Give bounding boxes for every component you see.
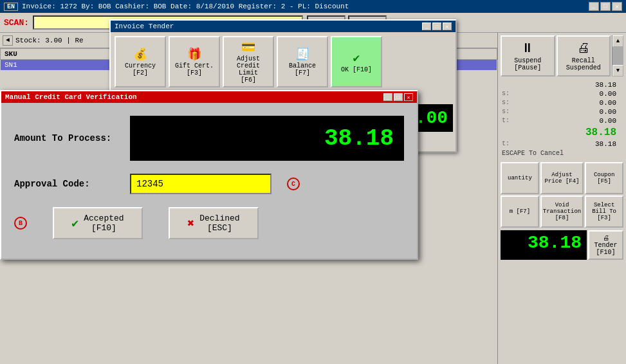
x-icon: ✖ xyxy=(187,216,194,230)
tender-row: 38.18 🖨 Tender[F10] xyxy=(498,230,626,262)
check-icon: ✔ xyxy=(71,216,78,230)
credit-card-title-buttons: _ □ ✕ xyxy=(383,93,413,101)
invoice-tender-title: Invoice Tender _ □ ✕ xyxy=(111,21,456,32)
tender-label: Tender[F10] xyxy=(594,242,617,256)
ok-label: OK [F10] xyxy=(341,66,372,73)
suspend-label: Suspend[Pause] xyxy=(514,57,541,71)
cc-maximize[interactable]: □ xyxy=(394,93,403,101)
green-value: 38.18 xyxy=(502,127,616,138)
balance-label: Balance[F7] xyxy=(289,62,316,77)
coupon-button[interactable]: Coupon [F5] xyxy=(585,162,623,194)
credit-card-title-text: Manual Credit Card Verification xyxy=(5,93,137,101)
invoice-tender-maximize[interactable]: □ xyxy=(432,23,441,30)
balance-button[interactable]: 🧾 Balance[F7] xyxy=(277,36,328,87)
adjust-credit-label: AdjustCredit Limit[F6] xyxy=(228,55,269,84)
rv-label-bottom: t: xyxy=(502,140,510,148)
rv-row-3: s: 0.00 xyxy=(499,98,619,107)
invoice-tender-title-buttons: _ □ ✕ xyxy=(422,23,452,30)
cc-close[interactable]: ✕ xyxy=(404,93,413,101)
rv-row-4: s: 0.00 xyxy=(499,107,619,116)
rv-val-2: 0.00 xyxy=(600,90,616,98)
adjust-credit-icon: 💳 xyxy=(241,40,255,54)
ok-button[interactable]: ✔ OK [F10] xyxy=(331,36,382,87)
gift-cert-button[interactable]: 🎁 Gift Cert.[F3] xyxy=(169,36,220,87)
annotation-c: C xyxy=(287,177,300,190)
accepted-label: Accepted[F10] xyxy=(84,214,124,233)
credit-card-body: Amount To Process: 38.18 Approval Code: … xyxy=(1,103,417,259)
declined-label: Declined[ESC] xyxy=(199,214,239,233)
credit-card-title: Manual Credit Card Verification _ □ ✕ xyxy=(1,91,417,103)
rv-val-1: 38.18 xyxy=(595,81,616,89)
void-transaction-button[interactable]: VoidTransaction [F8] xyxy=(540,196,584,228)
rv-val-3: 0.00 xyxy=(600,99,616,107)
currency-label: Currency[F2] xyxy=(125,62,156,77)
invoice-tender-minimize[interactable]: _ xyxy=(422,23,431,30)
gift-cert-label: Gift Cert.[F3] xyxy=(175,62,214,77)
annotation-b: B xyxy=(14,217,27,230)
cc-minimize[interactable]: _ xyxy=(383,93,392,101)
tender-button[interactable]: 🖨 Tender[F10] xyxy=(588,230,623,260)
tender-toolbar: 💰 Currency[F2] 🎁 Gift Cert.[F3] 💳 Adjust… xyxy=(111,32,456,91)
credit-card-dialog: Manual Credit Card Verification _ □ ✕ Am… xyxy=(0,90,418,260)
sidebar-top-buttons: ⏸ Suspend[Pause] 🖨 RecallSuspended ▲ ▼ xyxy=(498,33,626,79)
invoice-tender-title-text: Invoice Tender xyxy=(115,23,174,30)
amount-row: Amount To Process: 38.18 xyxy=(14,116,404,161)
suspend-icon: ⏸ xyxy=(521,41,534,56)
stock-text: Stock: 3.00 | Re xyxy=(15,37,84,44)
currency-button[interactable]: 💰 Currency[F2] xyxy=(115,36,166,87)
rv-val-5: 0.00 xyxy=(600,117,616,125)
m-button[interactable]: m [F7] xyxy=(501,196,539,228)
scroll-track xyxy=(612,47,623,65)
sidebar-bottom-buttons: uantity Adjust Price [F4] Coupon [F5] m … xyxy=(498,159,626,230)
rv-label-2: s: xyxy=(502,90,510,98)
balance-icon: 🧾 xyxy=(295,47,309,61)
recall-icon: 🖨 xyxy=(577,41,590,56)
rv-row-2: s: 0.00 xyxy=(499,89,619,98)
app-badge: EN xyxy=(4,3,18,11)
rv-label-4: s: xyxy=(502,108,510,116)
window-controls: _ □ ✕ xyxy=(589,2,622,11)
currency-icon: 💰 xyxy=(133,47,147,61)
scroll-up-button[interactable]: ▲ xyxy=(612,35,623,47)
rv-row-5: t: 0.00 xyxy=(499,116,619,125)
approval-input[interactable] xyxy=(130,174,272,194)
suspend-button[interactable]: ⏸ Suspend[Pause] xyxy=(501,35,555,77)
sidebar-scroll: ▲ ▼ xyxy=(612,35,623,77)
rv-val-bottom: 38.18 xyxy=(595,140,616,148)
adjust-credit-button[interactable]: 💳 AdjustCredit Limit[F6] xyxy=(223,36,274,87)
nav-prev-button[interactable]: ◄ xyxy=(3,35,13,46)
right-sidebar: ⏸ Suspend[Pause] 🖨 RecallSuspended ▲ ▼ 3… xyxy=(497,33,626,364)
rv-val-4: 0.00 xyxy=(600,108,616,116)
minimize-button[interactable]: _ xyxy=(589,2,599,11)
gift-cert-icon: 🎁 xyxy=(187,47,201,61)
accepted-button[interactable]: ✔ Accepted[F10] xyxy=(53,207,143,239)
tender-display: 38.18 xyxy=(501,230,587,260)
scroll-down-button[interactable]: ▼ xyxy=(612,65,623,77)
escape-text: ESCAPE To Cancel xyxy=(499,149,619,158)
amount-label: Amount To Process: xyxy=(14,133,117,143)
quantity-button[interactable]: uantity xyxy=(501,162,539,194)
recall-label: RecallSuspended xyxy=(566,57,601,71)
rv-label-5: t: xyxy=(502,117,510,125)
cc-button-row: B ✔ Accepted[F10] ✖ Declined[ESC] xyxy=(14,207,404,246)
rv-label-3: s: xyxy=(502,99,510,107)
recall-suspended-button[interactable]: 🖨 RecallSuspended xyxy=(557,35,611,77)
amount-display: 38.18 xyxy=(130,116,404,161)
app-title-bar: EN Invoice: 1272 By: BOB Cashier: BOB Da… xyxy=(0,0,626,13)
approval-label: Approval Code: xyxy=(14,179,117,189)
declined-button[interactable]: ✖ Declined[ESC] xyxy=(169,207,259,239)
right-values: 38.18 s: 0.00 s: 0.00 s: 0.00 t: 0.00 xyxy=(498,79,620,159)
ok-icon: ✔ xyxy=(353,51,360,65)
app-title: Invoice: 1272 By: BOB Cashier: BOB Date:… xyxy=(22,3,349,10)
tender-icon: 🖨 xyxy=(603,234,609,242)
rv-row-1: 38.18 xyxy=(499,80,619,89)
maximize-button[interactable]: □ xyxy=(600,2,611,11)
close-button[interactable]: ✕ xyxy=(612,2,622,11)
scan-label: SCAN: xyxy=(4,18,29,28)
adjust-price-button[interactable]: Adjust Price [F4] xyxy=(540,162,584,194)
invoice-tender-close[interactable]: ✕ xyxy=(443,23,452,30)
rv-row-bottom: t: 38.18 xyxy=(499,140,619,149)
approval-row: Approval Code: C xyxy=(14,174,404,194)
select-bill-to-button[interactable]: Select Bill To[F3] xyxy=(585,196,623,228)
